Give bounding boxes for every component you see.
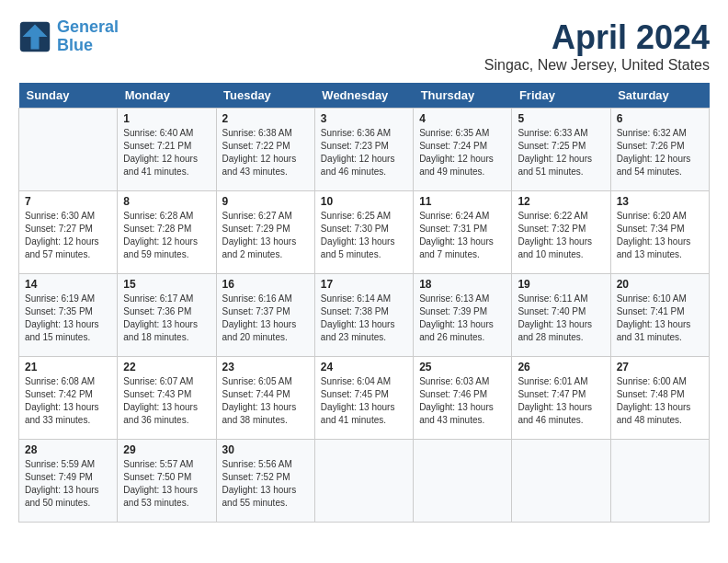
calendar-cell: 13Sunrise: 6:20 AM Sunset: 7:34 PM Dayli… bbox=[610, 191, 709, 274]
day-info: Sunrise: 6:38 AM Sunset: 7:22 PM Dayligh… bbox=[222, 127, 309, 178]
day-info: Sunrise: 6:36 AM Sunset: 7:23 PM Dayligh… bbox=[321, 127, 407, 178]
day-number: 7 bbox=[25, 195, 111, 208]
day-info: Sunrise: 6:17 AM Sunset: 7:36 PM Dayligh… bbox=[123, 293, 210, 344]
calendar-cell: 25Sunrise: 6:03 AM Sunset: 7:46 PM Dayli… bbox=[414, 357, 512, 440]
day-info: Sunrise: 6:24 AM Sunset: 7:31 PM Dayligh… bbox=[419, 210, 506, 261]
calendar-table: SundayMondayTuesdayWednesdayThursdayFrid… bbox=[18, 83, 710, 523]
calendar-cell: 1Sunrise: 6:40 AM Sunset: 7:21 PM Daylig… bbox=[118, 109, 216, 191]
day-info: Sunrise: 6:19 AM Sunset: 7:35 PM Dayligh… bbox=[25, 293, 111, 344]
day-info: Sunrise: 5:59 AM Sunset: 7:49 PM Dayligh… bbox=[25, 458, 111, 510]
day-info: Sunrise: 6:16 AM Sunset: 7:37 PM Dayligh… bbox=[222, 293, 309, 344]
day-info: Sunrise: 6:01 AM Sunset: 7:47 PM Dayligh… bbox=[518, 375, 604, 427]
day-number: 5 bbox=[518, 112, 604, 125]
calendar-week-row: 14Sunrise: 6:19 AM Sunset: 7:35 PM Dayli… bbox=[19, 274, 710, 357]
calendar-cell: 8Sunrise: 6:28 AM Sunset: 7:28 PM Daylig… bbox=[118, 191, 216, 274]
calendar-cell: 20Sunrise: 6:10 AM Sunset: 7:41 PM Dayli… bbox=[610, 274, 709, 357]
day-info: Sunrise: 5:56 AM Sunset: 7:52 PM Dayligh… bbox=[222, 458, 309, 510]
logo-text: General Blue bbox=[57, 18, 119, 55]
day-number: 17 bbox=[321, 278, 407, 291]
day-info: Sunrise: 6:20 AM Sunset: 7:34 PM Dayligh… bbox=[617, 210, 703, 261]
column-header-sunday: Sunday bbox=[19, 83, 118, 109]
day-info: Sunrise: 6:13 AM Sunset: 7:39 PM Dayligh… bbox=[419, 293, 506, 344]
day-info: Sunrise: 6:25 AM Sunset: 7:30 PM Dayligh… bbox=[321, 210, 407, 261]
logo: General Blue bbox=[18, 18, 119, 55]
day-number: 12 bbox=[518, 195, 604, 208]
calendar-cell: 18Sunrise: 6:13 AM Sunset: 7:39 PM Dayli… bbox=[414, 274, 512, 357]
day-number: 29 bbox=[123, 443, 210, 456]
calendar-cell bbox=[610, 440, 709, 523]
column-header-monday: Monday bbox=[118, 83, 216, 109]
day-number: 14 bbox=[25, 278, 111, 291]
calendar-cell: 2Sunrise: 6:38 AM Sunset: 7:22 PM Daylig… bbox=[216, 109, 314, 191]
calendar-cell: 22Sunrise: 6:07 AM Sunset: 7:43 PM Dayli… bbox=[118, 357, 216, 440]
calendar-cell: 14Sunrise: 6:19 AM Sunset: 7:35 PM Dayli… bbox=[19, 274, 118, 357]
day-number: 15 bbox=[123, 278, 210, 291]
calendar-cell: 6Sunrise: 6:32 AM Sunset: 7:26 PM Daylig… bbox=[610, 109, 709, 191]
day-info: Sunrise: 6:00 AM Sunset: 7:48 PM Dayligh… bbox=[617, 375, 703, 427]
day-info: Sunrise: 6:27 AM Sunset: 7:29 PM Dayligh… bbox=[222, 210, 309, 261]
day-info: Sunrise: 6:32 AM Sunset: 7:26 PM Dayligh… bbox=[617, 127, 703, 178]
calendar-cell: 28Sunrise: 5:59 AM Sunset: 7:49 PM Dayli… bbox=[19, 440, 118, 523]
day-number: 16 bbox=[222, 278, 309, 291]
day-number: 23 bbox=[222, 361, 309, 373]
calendar-week-row: 7Sunrise: 6:30 AM Sunset: 7:27 PM Daylig… bbox=[19, 191, 710, 274]
calendar-header-row: SundayMondayTuesdayWednesdayThursdayFrid… bbox=[19, 83, 710, 109]
day-info: Sunrise: 6:40 AM Sunset: 7:21 PM Dayligh… bbox=[123, 127, 210, 178]
day-number: 19 bbox=[518, 278, 604, 291]
day-number: 28 bbox=[25, 443, 111, 456]
calendar-cell: 10Sunrise: 6:25 AM Sunset: 7:30 PM Dayli… bbox=[314, 191, 413, 274]
day-number: 25 bbox=[419, 361, 506, 373]
calendar-week-row: 21Sunrise: 6:08 AM Sunset: 7:42 PM Dayli… bbox=[19, 357, 710, 440]
day-number: 3 bbox=[321, 112, 407, 125]
day-info: Sunrise: 6:35 AM Sunset: 7:24 PM Dayligh… bbox=[419, 127, 506, 178]
day-info: Sunrise: 6:28 AM Sunset: 7:28 PM Dayligh… bbox=[123, 210, 210, 261]
day-info: Sunrise: 6:30 AM Sunset: 7:27 PM Dayligh… bbox=[25, 210, 111, 261]
day-number: 26 bbox=[518, 361, 604, 373]
calendar-week-row: 1Sunrise: 6:40 AM Sunset: 7:21 PM Daylig… bbox=[19, 109, 710, 191]
page-header: General Blue April 2024 Singac, New Jers… bbox=[18, 18, 710, 74]
calendar-cell: 16Sunrise: 6:16 AM Sunset: 7:37 PM Dayli… bbox=[216, 274, 314, 357]
day-number: 24 bbox=[321, 361, 407, 373]
calendar-cell bbox=[314, 440, 413, 523]
calendar-cell: 29Sunrise: 5:57 AM Sunset: 7:50 PM Dayli… bbox=[118, 440, 216, 523]
calendar-cell: 30Sunrise: 5:56 AM Sunset: 7:52 PM Dayli… bbox=[216, 440, 314, 523]
day-number: 2 bbox=[222, 112, 309, 125]
day-info: Sunrise: 6:07 AM Sunset: 7:43 PM Dayligh… bbox=[123, 375, 210, 427]
calendar-cell: 19Sunrise: 6:11 AM Sunset: 7:40 PM Dayli… bbox=[512, 274, 610, 357]
calendar-cell: 7Sunrise: 6:30 AM Sunset: 7:27 PM Daylig… bbox=[19, 191, 118, 274]
calendar-cell: 3Sunrise: 6:36 AM Sunset: 7:23 PM Daylig… bbox=[314, 109, 413, 191]
calendar-cell: 11Sunrise: 6:24 AM Sunset: 7:31 PM Dayli… bbox=[414, 191, 512, 274]
day-info: Sunrise: 6:22 AM Sunset: 7:32 PM Dayligh… bbox=[518, 210, 604, 261]
calendar-cell: 21Sunrise: 6:08 AM Sunset: 7:42 PM Dayli… bbox=[19, 357, 118, 440]
day-number: 6 bbox=[617, 112, 703, 125]
calendar-week-row: 28Sunrise: 5:59 AM Sunset: 7:49 PM Dayli… bbox=[19, 440, 710, 523]
calendar-cell: 17Sunrise: 6:14 AM Sunset: 7:38 PM Dayli… bbox=[314, 274, 413, 357]
day-info: Sunrise: 6:08 AM Sunset: 7:42 PM Dayligh… bbox=[25, 375, 111, 427]
day-number: 10 bbox=[321, 195, 407, 208]
day-info: Sunrise: 6:11 AM Sunset: 7:40 PM Dayligh… bbox=[518, 293, 604, 344]
day-number: 20 bbox=[617, 278, 703, 291]
page-subtitle: Singac, New Jersey, United States bbox=[484, 57, 710, 74]
column-header-wednesday: Wednesday bbox=[314, 83, 413, 109]
day-number: 27 bbox=[617, 361, 703, 373]
calendar-cell: 24Sunrise: 6:04 AM Sunset: 7:45 PM Dayli… bbox=[314, 357, 413, 440]
calendar-cell: 4Sunrise: 6:35 AM Sunset: 7:24 PM Daylig… bbox=[414, 109, 512, 191]
calendar-cell: 9Sunrise: 6:27 AM Sunset: 7:29 PM Daylig… bbox=[216, 191, 314, 274]
day-number: 13 bbox=[617, 195, 703, 208]
calendar-cell bbox=[512, 440, 610, 523]
day-info: Sunrise: 6:03 AM Sunset: 7:46 PM Dayligh… bbox=[419, 375, 506, 427]
calendar-cell bbox=[414, 440, 512, 523]
day-number: 30 bbox=[222, 443, 309, 456]
calendar-cell: 5Sunrise: 6:33 AM Sunset: 7:25 PM Daylig… bbox=[512, 109, 610, 191]
day-number: 18 bbox=[419, 278, 506, 291]
calendar-cell: 15Sunrise: 6:17 AM Sunset: 7:36 PM Dayli… bbox=[118, 274, 216, 357]
day-info: Sunrise: 5:57 AM Sunset: 7:50 PM Dayligh… bbox=[123, 458, 210, 510]
day-info: Sunrise: 6:05 AM Sunset: 7:44 PM Dayligh… bbox=[222, 375, 309, 427]
day-number: 22 bbox=[123, 361, 210, 373]
day-number: 9 bbox=[222, 195, 309, 208]
title-block: April 2024 Singac, New Jersey, United St… bbox=[484, 18, 710, 74]
calendar-cell bbox=[19, 109, 118, 191]
day-info: Sunrise: 6:04 AM Sunset: 7:45 PM Dayligh… bbox=[321, 375, 407, 427]
day-number: 1 bbox=[123, 112, 210, 125]
day-number: 8 bbox=[123, 195, 210, 208]
